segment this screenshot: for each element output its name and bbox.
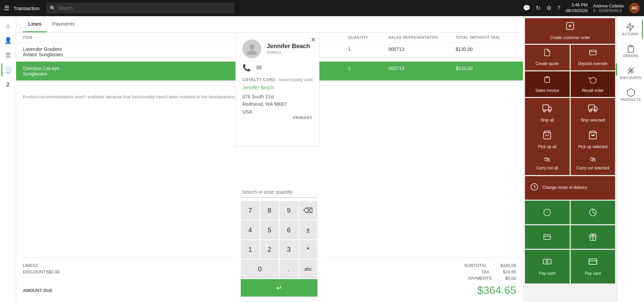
tile-pick-up-selected[interactable]: Pick up selected	[571, 125, 615, 155]
sidebar-item-count[interactable]: 2	[1, 78, 15, 92]
svg-marker-6	[549, 107, 552, 110]
svg-marker-10	[594, 107, 597, 110]
key-multiply[interactable]: *	[299, 240, 318, 259]
ship-selected-icon	[588, 104, 598, 115]
pick-up-selected-label: Pick up selected	[578, 144, 607, 150]
close-button[interactable]: ✕	[311, 36, 316, 43]
sidebar-item-menu[interactable]: ☰	[1, 48, 15, 62]
key-abc[interactable]: abc	[299, 260, 318, 278]
sales-invoice-label: Sales invoice	[535, 88, 559, 94]
hamburger-icon[interactable]: ☰	[4, 4, 9, 12]
chat-icon[interactable]: 💬	[523, 4, 530, 12]
key-plusminus[interactable]: ±	[299, 221, 318, 239]
loyalty-row: LOYALTY CARD Issue loyalty card	[242, 77, 312, 82]
tab-payments[interactable]: Payments	[47, 16, 80, 32]
sidebar-item-home[interactable]: ⌂	[1, 19, 15, 32]
tile-pay-cash[interactable]: Pay cash	[525, 250, 570, 283]
tile-icon-4[interactable]	[571, 225, 615, 249]
search-bar[interactable]: 🔍	[46, 3, 235, 13]
deposit-override-icon	[589, 48, 597, 59]
key-3[interactable]: 3	[279, 240, 298, 259]
tile-change-mode-delivery[interactable]: Change mode of delivery	[525, 176, 615, 200]
payments-label: PAYMENTS	[468, 276, 492, 281]
tile-pick-up-all[interactable]: Pick up all	[525, 125, 570, 155]
key-4[interactable]: 4	[241, 221, 260, 239]
col-total: TOTAL (WITHOUT TAX)	[456, 35, 516, 39]
tile-pay-card[interactable]: Pay card	[571, 250, 615, 283]
pay-card-label: Pay card	[585, 271, 601, 276]
change-mode-delivery-icon	[530, 183, 538, 193]
primary-label: PRIMARY	[242, 115, 312, 120]
svg-point-0	[249, 44, 255, 50]
tile-deposit-override[interactable]: Deposit override	[571, 45, 615, 70]
actions-button[interactable]: ACTIONS	[619, 20, 643, 39]
tile-icon-2[interactable]	[571, 201, 615, 224]
create-customer-order-label: Create customer order	[550, 35, 590, 41]
orders-active-indicator	[616, 63, 617, 75]
item-quantity: 1	[348, 66, 388, 76]
tile-icon-1[interactable]	[525, 201, 570, 224]
tile-carry-out-all[interactable]: 🛍 Carry out all	[525, 152, 570, 175]
key-2[interactable]: 2	[260, 240, 279, 259]
pay-cash-label: Pay cash	[539, 271, 556, 276]
item-quantity: 1	[348, 46, 388, 57]
topbar-icons: 💬 ↻ ⚙ ? 3:46 PM 08/19/2020 Andrew Collet…	[523, 2, 640, 14]
key-9[interactable]: 9	[279, 201, 298, 220]
sidebar-item-transactions[interactable]: 🧾	[1, 63, 15, 77]
item-rep: 000713	[388, 46, 456, 57]
amount-due-value: $364.65	[477, 284, 516, 297]
key-dot[interactable]: .	[279, 260, 298, 278]
ship-all-label: Ship all	[541, 118, 554, 123]
help-icon[interactable]: ?	[557, 5, 560, 12]
key-5[interactable]: 5	[260, 221, 279, 239]
right-panel: Create customer order Create quote Depos…	[523, 16, 644, 302]
key-6[interactable]: 6	[279, 221, 298, 239]
tile-create-quote[interactable]: Create quote	[525, 45, 570, 70]
discounts-label: DISCOUNTS	[23, 269, 49, 274]
phone-icon[interactable]: 📞	[242, 64, 251, 72]
pay-card-icon	[588, 257, 598, 268]
products-button[interactable]: PRODUCTS	[619, 85, 643, 104]
key-0[interactable]: 0	[241, 260, 279, 278]
tile-recall-order[interactable]: Recall order	[571, 71, 615, 97]
tile-create-customer-order[interactable]: Create customer order	[525, 18, 615, 44]
tile-icon-3[interactable]	[525, 225, 570, 249]
discounts-button[interactable]: DISCOUNTS	[619, 63, 643, 82]
key-backspace[interactable]: ⌫	[299, 201, 318, 220]
svg-point-7	[544, 110, 546, 112]
col-rep: SALES REPRESENTATIVE	[388, 35, 456, 39]
subtotal-value: $340.00	[500, 263, 516, 268]
key-enter[interactable]: ↵	[241, 279, 317, 297]
products-label: PRODUCTS	[620, 98, 641, 102]
svg-point-8	[549, 110, 551, 112]
key-8[interactable]: 8	[260, 201, 279, 220]
keypad-grid: 7 8 9 ⌫ 4 5 6 ± 1 2 3 * 0 . abc ↵	[241, 201, 317, 297]
payments-value: $0.00	[505, 276, 516, 281]
lines-label: LINES	[23, 263, 36, 268]
key-1[interactable]: 1	[241, 240, 260, 259]
email-icon[interactable]: ✉	[256, 64, 262, 72]
search-input[interactable]	[58, 5, 231, 11]
customer-link[interactable]: Jennifer Beach	[242, 85, 312, 90]
tile-carry-out-selected[interactable]: 🛍 Carry out selected	[571, 152, 615, 175]
refresh-icon[interactable]: ↻	[536, 4, 541, 12]
avatar[interactable]: AC	[629, 3, 640, 13]
tab-lines[interactable]: Lines	[23, 16, 47, 32]
issue-loyalty-button[interactable]: Issue loyalty card	[279, 77, 312, 82]
settings-icon[interactable]: ⚙	[546, 4, 552, 12]
tile-ship-selected[interactable]: Ship selected	[571, 98, 615, 128]
svg-rect-3	[590, 50, 596, 55]
orders-button[interactable]: ORDERS	[619, 41, 643, 61]
svg-rect-24	[630, 45, 632, 47]
tile-sales-invoice[interactable]: Sales invoice	[525, 71, 570, 97]
discounts-label: DISCOUNTS	[620, 76, 641, 80]
tile-ship-all[interactable]: Ship all	[525, 98, 570, 128]
customer-address: 678 South 21st Redmond, WA 98007 USA	[242, 93, 312, 115]
key-7[interactable]: 7	[241, 201, 260, 220]
customer-id: 004011	[267, 50, 310, 55]
amount-due-label: AMOUNT DUE	[23, 288, 52, 293]
quantity-search-input[interactable]	[241, 187, 317, 198]
item-total: $210.00	[456, 66, 516, 76]
pay-cash-icon	[542, 257, 552, 268]
sidebar-item-customers[interactable]: 👤	[1, 34, 15, 47]
